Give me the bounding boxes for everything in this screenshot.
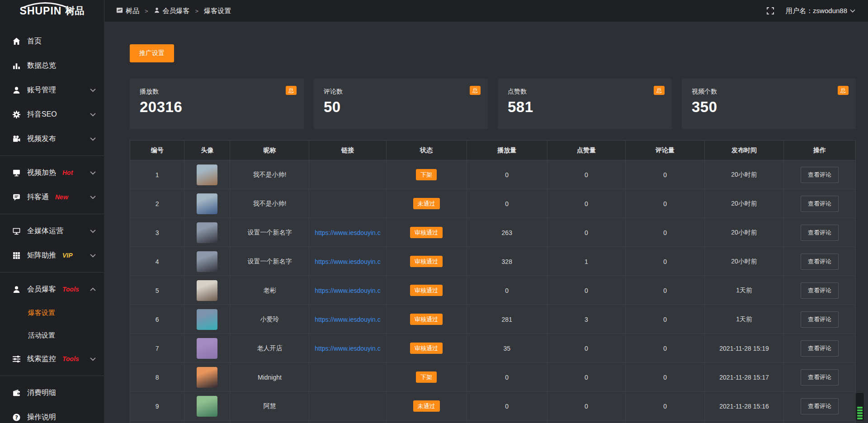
cell-action bbox=[784, 421, 856, 423]
cell-comments: 0 bbox=[626, 247, 705, 276]
cell-action: 查看评论 bbox=[784, 218, 856, 247]
grid-icon bbox=[12, 251, 21, 260]
cell-plays: 328 bbox=[467, 247, 547, 276]
view-comments-button[interactable]: 查看评论 bbox=[801, 225, 839, 241]
cell-status: 下架 bbox=[386, 363, 467, 392]
sidebar-item-视频加热[interactable]: 视频加热Hot bbox=[0, 160, 104, 185]
logo[interactable]: SHUPIN 树品 bbox=[0, 0, 104, 22]
chevron-down-icon bbox=[90, 113, 96, 117]
sidebar-item-操作说明[interactable]: ?操作说明 bbox=[0, 405, 104, 423]
breadcrumb-label: 爆客设置 bbox=[204, 7, 231, 15]
avatar bbox=[197, 251, 217, 272]
sidebar-item-首页[interactable]: 首页 bbox=[0, 29, 104, 53]
video-link[interactable]: https://www.iesdouyin.c bbox=[315, 316, 381, 323]
breadcrumb-item[interactable]: 树品 bbox=[116, 7, 139, 15]
breadcrumb-label: 树品 bbox=[126, 7, 139, 15]
cell-time: 20小时前 bbox=[705, 160, 784, 189]
sidebar-divider bbox=[0, 214, 104, 214]
view-comments-button[interactable]: 查看评论 bbox=[801, 167, 839, 183]
cell-nickname: 阿慧 bbox=[230, 392, 309, 421]
stat-label: 评论数 bbox=[324, 88, 478, 96]
sidebar-item-抖客通[interactable]: 抖客通New bbox=[0, 185, 104, 209]
view-comments-button[interactable]: 查看评论 bbox=[801, 369, 839, 385]
view-comments-button[interactable]: 查看评论 bbox=[801, 196, 839, 212]
cell-avatar bbox=[184, 189, 230, 218]
cell-avatar bbox=[184, 276, 230, 305]
cell-likes: 0 bbox=[547, 276, 625, 305]
cell-comments: 0 bbox=[626, 392, 705, 421]
widget-bar bbox=[857, 412, 863, 414]
sidebar-item-label: 抖音SEO bbox=[27, 110, 57, 119]
sidebar-divider bbox=[0, 376, 104, 376]
video-link[interactable]: https://www.iesdouyin.c bbox=[315, 258, 381, 265]
cell-avatar bbox=[184, 421, 230, 423]
view-comments-button[interactable]: 查看评论 bbox=[801, 398, 839, 414]
floating-widget[interactable] bbox=[855, 392, 864, 421]
status-badge: 审核通过 bbox=[410, 343, 443, 354]
sidebar-subitem-活动设置[interactable]: 活动设置 bbox=[0, 324, 104, 347]
sidebar-item-抖音SEO[interactable]: 抖音SEO bbox=[0, 102, 104, 127]
sidebar-item-badge: Hot bbox=[62, 169, 73, 176]
cell-action: 查看评论 bbox=[784, 247, 856, 276]
cell-action: 查看评论 bbox=[784, 160, 856, 189]
widget-bar bbox=[857, 409, 863, 411]
view-comments-button[interactable]: 查看评论 bbox=[801, 282, 839, 299]
cell-id: 10 bbox=[130, 421, 184, 423]
breadcrumb-separator: > bbox=[194, 8, 200, 14]
breadcrumb-item[interactable]: 会员爆客 bbox=[154, 7, 190, 15]
sidebar-item-账号管理[interactable]: 账号管理 bbox=[0, 78, 104, 102]
chat-icon bbox=[12, 193, 21, 202]
stat-value: 350 bbox=[692, 99, 846, 116]
video-link[interactable]: https://www.iesdouyin.c bbox=[315, 229, 381, 236]
cell-id: 9 bbox=[130, 392, 184, 421]
sidebar-item-label: 数据总览 bbox=[27, 61, 56, 70]
cell-time: 2021-11-28 15:19 bbox=[705, 334, 784, 363]
stat-card-评论数: 评论数50总 bbox=[314, 79, 488, 129]
chevron-down-icon bbox=[90, 88, 96, 92]
sidebar-item-数据总览[interactable]: 数据总览 bbox=[0, 53, 104, 78]
cell-status: 审核通过 bbox=[386, 276, 467, 305]
view-comments-button[interactable]: 查看评论 bbox=[801, 311, 839, 328]
breadcrumb-label: 会员爆客 bbox=[163, 7, 190, 15]
cell-plays: 281 bbox=[467, 305, 547, 334]
cell-id: 8 bbox=[130, 363, 184, 392]
sidebar-subitem-爆客设置[interactable]: 爆客设置 bbox=[0, 301, 104, 324]
sidebar-item-视频发布[interactable]: 视频发布 bbox=[0, 127, 104, 151]
status-badge: 未通过 bbox=[413, 198, 440, 209]
cell-nickname: 小爱玲 bbox=[230, 305, 309, 334]
cell-likes: 1 bbox=[547, 247, 625, 276]
cell-avatar bbox=[184, 247, 230, 276]
cell-plays: 35 bbox=[467, 334, 547, 363]
sidebar-item-线索监控[interactable]: 线索监控Tools bbox=[0, 347, 104, 371]
view-comments-button[interactable]: 查看评论 bbox=[801, 254, 839, 270]
cell-likes: 0 bbox=[547, 218, 625, 247]
table-row: 3设置一个新名字https://www.iesdouyin.c审核通过26300… bbox=[130, 218, 856, 247]
sidebar-item-全媒体运营[interactable]: 全媒体运营 bbox=[0, 219, 104, 243]
sidebar-item-label: 线索监控 bbox=[27, 354, 56, 364]
video-link[interactable]: https://www.iesdouyin.c bbox=[315, 287, 381, 294]
sidebar-item-label: 矩阵助推 bbox=[27, 251, 56, 260]
cell-avatar bbox=[184, 392, 230, 421]
video-link[interactable]: https://www.iesdouyin.c bbox=[315, 345, 381, 352]
video-camera-icon bbox=[12, 134, 21, 143]
table-row: 8Midnight下架0002021-11-28 15:17查看评论 bbox=[130, 363, 856, 392]
promo-settings-button[interactable]: 推广设置 bbox=[130, 44, 174, 62]
column-header-评论量: 评论量 bbox=[626, 141, 705, 160]
cell-likes: 0 bbox=[547, 160, 625, 189]
avatar bbox=[197, 396, 217, 417]
video-table: 编号头像昵称链接状态播放量点赞量评论量发布时间操作 1我不是小帅!下架00020… bbox=[130, 140, 856, 423]
cell-likes: 0 bbox=[547, 392, 625, 421]
sidebar-item-消费明细[interactable]: 消费明细 bbox=[0, 381, 104, 405]
sidebar-item-矩阵助推[interactable]: 矩阵助推VIP bbox=[0, 243, 104, 268]
breadcrumb-item[interactable]: 爆客设置 bbox=[204, 7, 231, 15]
cell-time: 20小时前 bbox=[705, 218, 784, 247]
fullscreen-icon[interactable] bbox=[767, 7, 774, 14]
cell-nickname: 老人开店 bbox=[230, 334, 309, 363]
stat-label: 视频个数 bbox=[692, 88, 846, 96]
user-menu[interactable]: 用户名：zswodun88 bbox=[786, 7, 855, 15]
cell-time: 20小时前 bbox=[705, 189, 784, 218]
table-row: 2我不是小帅!未通过00020小时前查看评论 bbox=[130, 189, 856, 218]
sidebar-item-会员爆客[interactable]: 会员爆客Tools bbox=[0, 277, 104, 301]
view-comments-button[interactable]: 查看评论 bbox=[801, 340, 839, 357]
cell-comments: 0 bbox=[626, 276, 705, 305]
